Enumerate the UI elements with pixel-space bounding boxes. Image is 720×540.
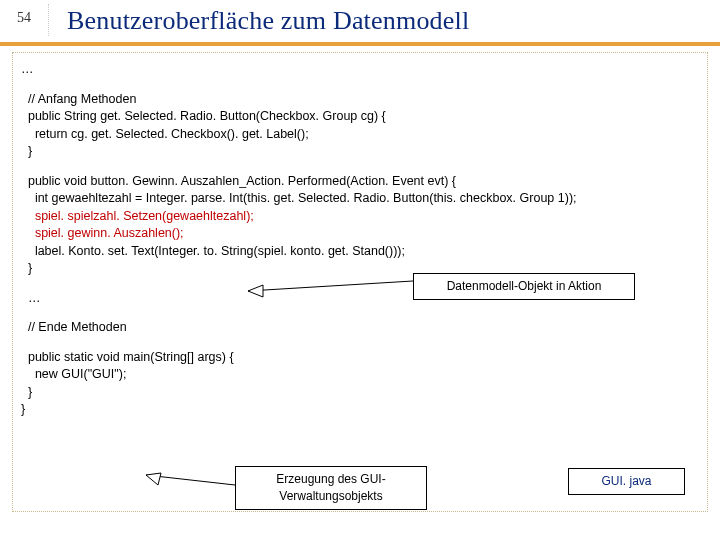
slide-title: Benutzeroberfläche zum Datenmodell — [49, 4, 469, 42]
code-method2-line2: spiel. spielzahl. Setzen(gewaehltezahl); — [21, 208, 699, 226]
code-method1-body: return cg. get. Selected. Checkbox(). ge… — [21, 126, 699, 144]
code-class-close: } — [21, 401, 699, 419]
code-main-body: new GUI("GUI"); — [21, 366, 699, 384]
code-method2-line4: label. Konto. set. Text(Integer. to. Str… — [21, 243, 699, 261]
code-method2-line3: spiel. gewinn. Auszahlen(); — [21, 225, 699, 243]
slide-header: 54 Benutzeroberfläche zum Datenmodell — [0, 0, 720, 46]
code-method1-signature: public String get. Selected. Radio. Butt… — [21, 108, 699, 126]
code-comment-end: // Ende Methoden — [21, 319, 699, 337]
code-method2-line1: int gewaehltezahl = Integer. parse. Int(… — [21, 190, 699, 208]
callout-gui-creation: Erzeugung des GUI-Verwaltungsobjekts — [235, 466, 427, 510]
slide-body: … // Anfang Methoden public String get. … — [12, 52, 708, 512]
code-ellipsis-top: … — [21, 61, 699, 79]
callout-datamodel-action: Datenmodell-Objekt in Aktion — [413, 273, 635, 300]
code-main-signature: public static void main(String[] args) { — [21, 349, 699, 367]
code-method1-close: } — [21, 143, 699, 161]
code-main-close: } — [21, 384, 699, 402]
page-number: 54 — [0, 4, 49, 36]
code-method2-signature: public void button. Gewinn. Auszahlen_Ac… — [21, 173, 699, 191]
label-gui-java: GUI. java — [568, 468, 685, 495]
code-comment-begin: // Anfang Methoden — [21, 91, 699, 109]
